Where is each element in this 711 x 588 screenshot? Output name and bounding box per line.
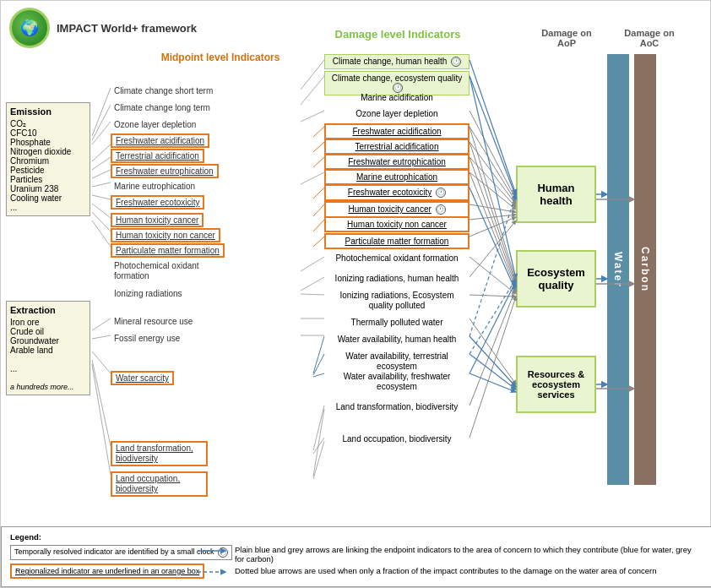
col-header-damage: Damage level Indicators <box>313 28 482 41</box>
svg-line-37 <box>313 409 324 476</box>
svg-line-50 <box>469 194 516 336</box>
svg-line-21 <box>313 157 324 167</box>
damage-ion-rad-hh: Ionizing radiations, human health <box>324 272 469 286</box>
legend: Legend: Temporally resolved indicator ar… <box>1 526 711 587</box>
extraction-title: Extraction <box>10 305 86 315</box>
svg-line-29 <box>301 294 324 295</box>
midpoint-land-occ: Land occupation, biodiversity <box>111 471 208 497</box>
svg-line-65 <box>469 354 516 389</box>
svg-line-62 <box>469 297 516 438</box>
svg-line-35 <box>313 406 324 450</box>
svg-line-18 <box>301 111 324 122</box>
damage-photo-ox: Photochemical oxidant formation <box>324 252 469 265</box>
svg-line-14 <box>92 360 111 446</box>
col-header-damage-aoc: Damage on AoC <box>616 28 683 48</box>
svg-line-38 <box>313 441 324 479</box>
midpoint-fossil: Fossil energy use <box>111 333 183 344</box>
svg-line-22 <box>301 172 324 184</box>
midpoint-fw-acid: Freshwater acidification <box>111 133 209 148</box>
endpoint-ecosystem-quality: Ecosystem quality <box>516 250 596 308</box>
framework-title: IMPACT World+ framework <box>57 22 197 35</box>
svg-line-48 <box>469 217 516 237</box>
damage-fw-eutro: Freshwater eutrophication <box>324 154 469 170</box>
svg-line-63 <box>469 318 516 384</box>
endpoint-resources: Resources & ecosystem services <box>516 356 596 413</box>
midpoint-fw-eutro: Freshwater eutrophication <box>111 164 219 178</box>
damage-fw-acid: Freshwater acidification <box>324 123 469 139</box>
aoc-label: Damage on AoC <box>616 28 683 48</box>
svg-line-11 <box>92 318 111 330</box>
svg-line-10 <box>92 122 111 144</box>
svg-line-43 <box>469 142 516 204</box>
svg-line-57 <box>469 257 516 294</box>
legend-right: Plain blue and grey arrows are linking t… <box>196 545 703 581</box>
midpoint-cc-long: Climate change long term <box>111 102 214 113</box>
damage-pm: Particulate matter formation <box>324 233 469 249</box>
legend-item-plain-arrow: Plain blue and grey arrows are linking t… <box>196 545 703 564</box>
main-container: 🌍 IMPACT World+ framework Midpoint level… <box>0 0 711 588</box>
svg-line-2 <box>92 170 111 178</box>
svg-line-36 <box>313 438 324 454</box>
svg-line-51 <box>469 76 516 279</box>
legend-plain-arrow-text: Plain blue and grey arrows are linking t… <box>235 545 703 564</box>
svg-line-24 <box>313 204 324 216</box>
legend-left: Temporally resolved indicator are identi… <box>10 545 179 581</box>
damage-marine-eutro: Marine eutrophication <box>324 169 469 185</box>
svg-line-9 <box>92 105 111 140</box>
midpoint-ion-rad: Ionizing radiations <box>111 288 186 299</box>
svg-line-4 <box>92 195 111 199</box>
svg-line-44 <box>469 157 516 207</box>
svg-line-58 <box>469 295 516 297</box>
midpoint-ozone: Ozone layer depletion <box>111 119 199 130</box>
midpoint-land-trans: Land transformation, biodiversity <box>111 441 208 466</box>
svg-line-60 <box>469 281 516 373</box>
svg-line-26 <box>313 237 324 247</box>
svg-line-23 <box>313 188 324 199</box>
svg-line-66 <box>469 373 516 392</box>
svg-line-3 <box>92 182 111 187</box>
damage-ion-rad-eq: Ionizing radiations, Ecosystem quality p… <box>324 289 469 313</box>
midpoint-marine-eutro: Marine eutrophication <box>111 181 198 192</box>
col-header-damage-aop: Damage on AoP <box>533 28 600 48</box>
svg-line-17 <box>301 76 324 105</box>
svg-line-47 <box>469 215 516 220</box>
svg-line-52 <box>469 127 516 281</box>
svg-line-27 <box>301 257 324 271</box>
svg-line-5 <box>92 204 111 218</box>
damage-terr-acid: Terrestrial acidification <box>324 139 469 155</box>
svg-line-40 <box>469 76 516 197</box>
damage-hum-tox-nc: Human toxicity non cancer <box>324 216 469 232</box>
svg-line-16 <box>301 60 324 90</box>
damage-wa-hh: Water availability, human health <box>324 333 469 346</box>
svg-line-25 <box>313 220 324 231</box>
svg-line-1 <box>92 157 111 170</box>
svg-line-49 <box>469 220 516 277</box>
emission-box: Emission CO₂ CFC10 Phosphate Nitrogen di… <box>6 102 90 216</box>
legend-dotted-arrow-text: Dotted blue arrows are used when only a … <box>235 566 657 575</box>
svg-line-46 <box>469 204 516 212</box>
svg-line-20 <box>313 142 324 152</box>
damage-wa-fw: Water availability, freshwater ecosystem <box>324 370 469 394</box>
svg-line-32 <box>313 336 324 373</box>
svg-line-53 <box>469 142 516 284</box>
svg-line-33 <box>313 354 324 375</box>
svg-line-15 <box>92 364 111 475</box>
aop-label: Damage on AoP <box>533 28 600 48</box>
damage-fw-eco: Freshwater ecotoxicity 🕐 <box>324 184 469 201</box>
midpoint-photo-ox: Photochemical oxidant formation <box>111 260 204 282</box>
svg-line-56 <box>469 188 516 291</box>
svg-line-0 <box>92 144 111 161</box>
svg-line-34 <box>313 373 324 377</box>
damage-land-trans: Land transformation, biodiversity <box>324 400 469 414</box>
legend-title: Legend: <box>10 532 703 542</box>
emission-title: Emission <box>10 106 86 117</box>
emission-items: CO₂ CFC10 Phosphate Nitrogen dioxide Chr… <box>10 119 86 212</box>
extraction-box: Extraction Iron ore Crude oil Groundwate… <box>6 301 90 395</box>
legend-item-clock: Temporally resolved indicator are identi… <box>10 545 179 560</box>
col-header-midpoint: Midpoint level Indicators <box>132 52 309 63</box>
svg-line-42 <box>469 127 516 202</box>
svg-line-54 <box>469 157 516 286</box>
damage-cc-hh: Climate change, human health 🕐 <box>324 54 469 69</box>
svg-line-7 <box>92 220 111 247</box>
midpoint-cc-short: Climate change short term <box>111 85 216 96</box>
